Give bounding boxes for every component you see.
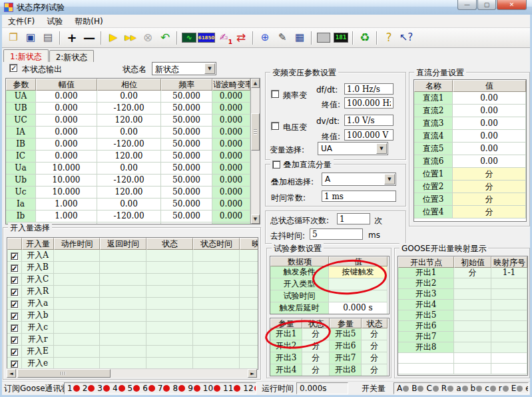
display-181-button[interactable]: 181 <box>332 30 350 46</box>
state-output-checkbox[interactable] <box>9 64 18 73</box>
input-row-checkbox[interactable] <box>11 312 19 320</box>
param-row[interactable]: IC0.000120.0050.0000.000 <box>6 151 250 163</box>
input-row[interactable]: 开入B <box>7 262 258 274</box>
freq-end-input[interactable] <box>344 97 394 109</box>
goose-row[interactable]: 开出8 <box>398 342 527 353</box>
dc-row[interactable]: 直流40.00 <box>414 130 526 143</box>
dc-row[interactable]: 位置3分 <box>414 193 526 206</box>
output-state-row[interactable]: 开出3分开出7分 <box>270 352 389 364</box>
input-row[interactable]: 开入c <box>7 322 258 334</box>
param-row[interactable]: IA0.0000.0050.0000.000 <box>6 127 250 139</box>
param-row[interactable]: UB0.000-120.0050.0000.000 <box>6 103 250 115</box>
dc-superimpose-checkbox[interactable] <box>272 161 281 169</box>
goose-row[interactable]: 开出3 <box>398 289 527 300</box>
variable-select[interactable]: UA ▼ <box>318 142 388 155</box>
input-row-checkbox[interactable] <box>11 264 19 272</box>
input-row[interactable]: 开入C <box>7 274 258 286</box>
close-button[interactable]: ✕ <box>497 0 527 10</box>
goose-row[interactable]: 开出7 <box>398 332 527 342</box>
scroll-right-icon[interactable]: ► <box>248 369 257 378</box>
blank-button[interactable] <box>315 30 332 46</box>
volt-variation-checkbox[interactable] <box>271 122 280 131</box>
goose-row[interactable]: 开出4 <box>398 300 527 310</box>
param-row[interactable]: UA0.0000.0050.0000.000 <box>6 91 250 103</box>
param-row[interactable]: Uc10.000120.0050.0000.000 <box>6 187 250 198</box>
input-row-checkbox[interactable] <box>11 360 19 368</box>
dc-row[interactable]: 位置1分 <box>414 168 526 181</box>
debounce-input[interactable] <box>310 228 363 240</box>
input-row-checkbox[interactable] <box>11 276 19 284</box>
scroll-down-icon[interactable]: ▼ <box>251 214 260 224</box>
dc-row[interactable]: 直流10.00 <box>414 92 526 105</box>
help-button[interactable]: ? <box>380 30 398 46</box>
input-row[interactable]: 开入E <box>7 346 258 358</box>
dc-row[interactable]: 直流50.00 <box>414 143 526 155</box>
tab-2[interactable]: 2:新状态 <box>49 50 95 62</box>
time-constant-input[interactable] <box>322 191 396 202</box>
volt-end-input[interactable] <box>344 129 394 141</box>
waveform-button[interactable]: ∿ <box>180 30 198 46</box>
goose-row[interactable]: 开出1分1-1 <box>398 268 527 278</box>
state-name-select[interactable]: 新状态 ▼ <box>152 62 216 75</box>
goose-row[interactable] <box>398 364 527 374</box>
goose-row[interactable]: 开出2 <box>398 278 527 289</box>
undo-button[interactable]: ↶ <box>156 30 174 46</box>
goose-row[interactable]: 开出6 <box>398 321 527 332</box>
menu-item-2[interactable]: 帮助(H) <box>69 15 109 28</box>
phase-select[interactable]: A ▼ <box>322 173 396 186</box>
input-row[interactable]: 开入a <box>7 298 258 310</box>
dvdt-input[interactable] <box>344 115 394 126</box>
remove-button[interactable]: — <box>81 30 98 46</box>
run-continuous-button[interactable]: ▶▶ <box>122 30 139 46</box>
save-button[interactable]: ▣ <box>22 30 39 46</box>
scroll-up-icon[interactable]: ▲ <box>251 79 260 88</box>
param-row[interactable]: Ib1.000-120.0050.0000.000 <box>6 210 250 222</box>
input-table-hscrollbar[interactable]: ◄ ► <box>7 368 257 378</box>
goose-row[interactable]: 开出5 <box>398 310 527 321</box>
iec61850-button[interactable]: 61850 <box>198 30 215 46</box>
input-row-checkbox[interactable] <box>11 300 19 308</box>
report-edit-button[interactable]: ✎ <box>274 30 291 46</box>
sync-button[interactable]: ♻ <box>356 30 374 46</box>
input-row[interactable]: 开入A <box>7 250 258 262</box>
dc-row[interactable]: 位置2分 <box>414 181 526 193</box>
dc-row[interactable]: 直流60.00 <box>414 155 526 168</box>
param-row[interactable]: Ia1.0000.0050.0000.000 <box>6 198 250 210</box>
chevron-down-icon[interactable]: ▼ <box>384 174 395 185</box>
menu-item-0[interactable]: 文件(F) <box>2 15 41 28</box>
input-row-checkbox[interactable] <box>11 252 19 260</box>
input-row-checkbox[interactable] <box>11 324 19 332</box>
minimize-button[interactable]: — <box>457 0 477 10</box>
input-row[interactable]: 开入b <box>7 310 258 322</box>
chevron-down-icon[interactable]: ▼ <box>376 143 387 154</box>
dc-row[interactable]: 直流20.00 <box>414 105 526 117</box>
maximize-button[interactable]: ▢ <box>477 0 496 10</box>
message-1-button[interactable]: ✍1 <box>215 30 232 46</box>
freq-variation-checkbox[interactable] <box>271 90 280 99</box>
tab-1[interactable]: 1:新状态 <box>3 49 49 62</box>
phasor-button[interactable]: ⇄ <box>232 30 250 46</box>
scroll-left-icon[interactable]: ◄ <box>7 369 16 378</box>
input-row-checkbox[interactable] <box>11 348 19 356</box>
chevron-down-icon[interactable]: ▼ <box>204 63 215 74</box>
dc-row[interactable]: 直流30.00 <box>414 117 526 130</box>
param-row[interactable]: UC0.000120.0050.0000.000 <box>6 115 250 127</box>
scroll-thumb[interactable] <box>251 113 260 151</box>
param-row[interactable]: Ub10.000-120.0050.0000.000 <box>6 175 250 187</box>
run-button[interactable]: ▶ <box>105 30 122 46</box>
parameter-table-scrollbar[interactable]: ▲ ▼ <box>250 79 260 224</box>
print-button[interactable]: ▤ <box>39 30 57 46</box>
open-button[interactable]: ❐ <box>5 30 22 46</box>
dfdt-input[interactable] <box>344 83 394 95</box>
output-state-row[interactable]: 开出4分开出8分 <box>270 364 389 376</box>
add-button[interactable]: + <box>63 30 81 46</box>
stop-button[interactable]: ⊗ <box>139 30 156 46</box>
input-row-checkbox[interactable] <box>11 336 19 344</box>
cycles-input[interactable] <box>337 213 370 224</box>
context-help-button[interactable]: ↖? <box>398 30 415 46</box>
hscroll-thumb[interactable] <box>17 369 111 378</box>
param-row[interactable]: IB0.000-120.0050.0000.000 <box>6 139 250 151</box>
calculator-button[interactable]: ▦ <box>291 30 308 46</box>
input-row-checkbox[interactable] <box>11 288 19 296</box>
goose-row[interactable] <box>398 353 527 364</box>
